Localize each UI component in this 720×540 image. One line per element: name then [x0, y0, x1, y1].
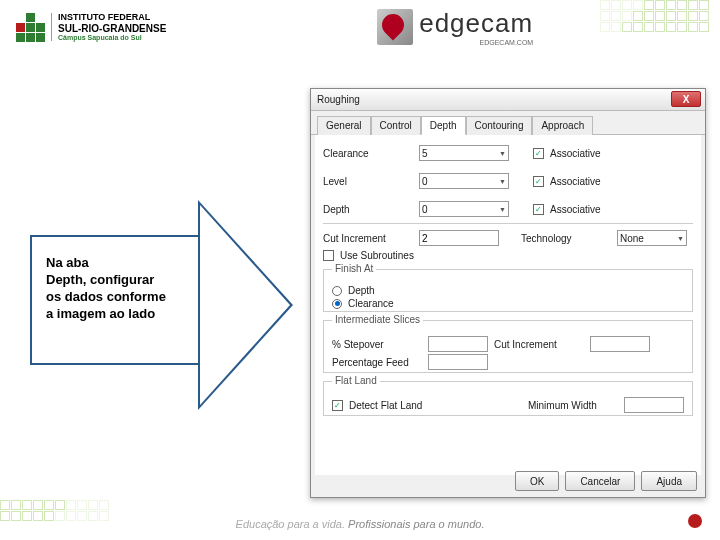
- flat-land-label: Flat Land: [332, 375, 380, 386]
- level-input[interactable]: 0▼: [419, 173, 509, 189]
- arrow-text-l4: a imagem ao lado: [46, 306, 188, 323]
- technology-label: Technology: [521, 233, 611, 244]
- pct-stepover-input[interactable]: [428, 336, 488, 352]
- chevron-down-icon: ▼: [677, 235, 684, 242]
- clearance-input[interactable]: 5▼: [419, 145, 509, 161]
- cutinc-input[interactable]: [419, 230, 499, 246]
- assoc3-label: Associative: [550, 204, 601, 215]
- depth-input[interactable]: 0▼: [419, 201, 509, 217]
- chevron-down-icon: ▼: [499, 150, 506, 157]
- help-button[interactable]: Ajuda: [641, 471, 697, 491]
- inst-line1: INSTITUTO FEDERAL: [58, 13, 166, 23]
- clearance-label: Clearance: [323, 148, 413, 159]
- pager-dot-icon: [688, 514, 702, 528]
- dialog-tabs: General Control Depth Contouring Approac…: [311, 111, 705, 135]
- detect-flat-checkbox[interactable]: ✓: [332, 400, 343, 411]
- tab-contouring[interactable]: Contouring: [466, 116, 533, 135]
- pct-stepover-label: % Stepover: [332, 339, 422, 350]
- dialog-title: Roughing: [317, 94, 360, 105]
- assoc2-checkbox[interactable]: ✓: [533, 176, 544, 187]
- intermediate-slices-label: Intermediate Slices: [332, 314, 423, 325]
- logo-squares-icon: [16, 13, 45, 42]
- inst-line2: SUL-RIO-GRANDENSE: [58, 23, 166, 34]
- roughing-dialog: Roughing X General Control Depth Contour…: [310, 88, 706, 498]
- arrow-text-l2: Depth, configurar: [46, 272, 188, 289]
- finish-at-label: Finish At: [332, 263, 376, 274]
- chevron-down-icon: ▼: [499, 178, 506, 185]
- use-subroutines-checkbox[interactable]: [323, 250, 334, 261]
- dialog-buttons: OK Cancelar Ajuda: [515, 471, 697, 491]
- tab-control[interactable]: Control: [371, 116, 421, 135]
- footer-slogan: Educação para a vida. Profissionais para…: [236, 518, 485, 530]
- arrow-head: [200, 205, 290, 405]
- min-width-input[interactable]: [624, 397, 684, 413]
- flat-land-group: Flat Land ✓ Detect Flat Land Minimum Wid…: [323, 381, 693, 416]
- instituto-logo: INSTITUTO FEDERAL SUL-RIO-GRANDENSE Câmp…: [16, 13, 166, 42]
- cutinc2-input[interactable]: [590, 336, 650, 352]
- instruction-arrow: Na aba Depth, configurar os dados confor…: [30, 235, 200, 365]
- assoc1-label: Associative: [550, 148, 601, 159]
- assoc3-checkbox[interactable]: ✓: [533, 204, 544, 215]
- cutinc2-label: Cut Increment: [494, 339, 584, 350]
- finish-clearance-radio[interactable]: [332, 299, 342, 309]
- finish-clearance-label: Clearance: [348, 298, 394, 309]
- use-subroutines-label: Use Subroutines: [340, 250, 414, 261]
- finish-at-group: Finish At Depth Clearance: [323, 269, 693, 312]
- tab-approach[interactable]: Approach: [532, 116, 593, 135]
- finish-depth-label: Depth: [348, 285, 375, 296]
- inst-line3: Câmpus Sapucaia do Sul: [58, 34, 166, 42]
- arrow-text-l1: Na aba: [46, 255, 188, 272]
- pct-feed-label: Percentage Feed: [332, 357, 422, 368]
- finish-depth-radio[interactable]: [332, 286, 342, 296]
- tab-general[interactable]: General: [317, 116, 371, 135]
- edgecam-logo: edgecam EDGECAM.COM: [377, 8, 533, 46]
- pct-feed-input[interactable]: [428, 354, 488, 370]
- decor-pattern-bottom-left: [0, 500, 120, 540]
- close-button[interactable]: X: [671, 91, 701, 107]
- cancel-button[interactable]: Cancelar: [565, 471, 635, 491]
- chevron-down-icon: ▼: [499, 206, 506, 213]
- close-icon: X: [683, 94, 690, 105]
- cutinc-label: Cut Increment: [323, 233, 413, 244]
- intermediate-slices-group: Intermediate Slices % Stepover Cut Incre…: [323, 320, 693, 373]
- edgecam-subtext: EDGECAM.COM: [419, 39, 533, 46]
- decor-pattern-top-right: [600, 0, 720, 40]
- min-width-label: Minimum Width: [528, 400, 618, 411]
- technology-select[interactable]: None▼: [617, 230, 687, 246]
- ok-button[interactable]: OK: [515, 471, 559, 491]
- detect-flat-label: Detect Flat Land: [349, 400, 422, 411]
- tab-depth[interactable]: Depth: [421, 116, 466, 135]
- arrow-text-l3: os dados conforme: [46, 289, 188, 306]
- edgecam-brand: edgecam: [419, 8, 533, 39]
- depth-label: Depth: [323, 204, 413, 215]
- assoc1-checkbox[interactable]: ✓: [533, 148, 544, 159]
- dialog-titlebar: Roughing X: [311, 89, 705, 111]
- depth-panel: Clearance 5▼ ✓ Associative Level 0▼ ✓ As…: [315, 135, 701, 475]
- level-label: Level: [323, 176, 413, 187]
- edgecam-icon: [377, 9, 413, 45]
- assoc2-label: Associative: [550, 176, 601, 187]
